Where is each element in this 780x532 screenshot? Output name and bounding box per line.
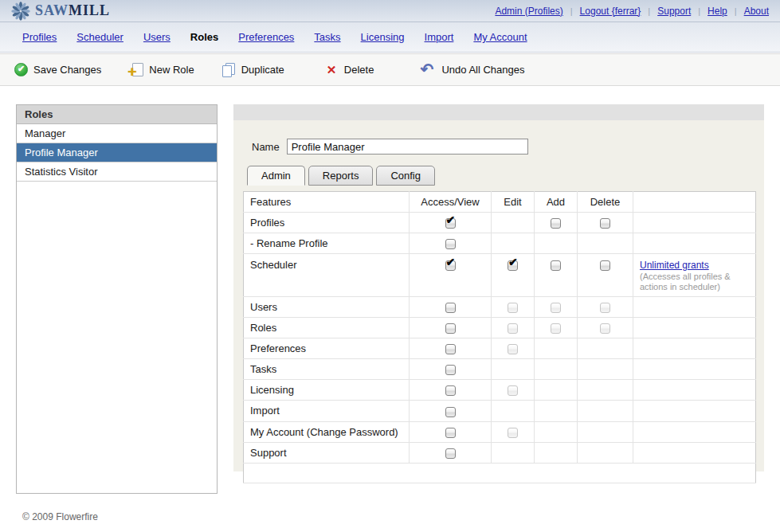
column-header: Add [535, 192, 578, 213]
delete-cell [578, 401, 633, 421]
new-role-plus-icon [128, 63, 143, 77]
edit-checkbox[interactable] [508, 260, 518, 271]
new-role-button[interactable]: New Role [128, 63, 194, 77]
add-checkbox[interactable] [551, 260, 561, 271]
access-cell [410, 297, 492, 318]
header-links: Admin (Profiles)|Logout {ferrar}|Support… [495, 6, 769, 17]
link-separator: | [648, 6, 650, 16]
delete-checkbox [600, 323, 610, 334]
edit-cell [492, 380, 535, 401]
sidebar-item-profile-manager[interactable]: Profile Manager [17, 143, 217, 162]
feature-name: - Rename Profile [244, 233, 410, 254]
edit-checkbox [508, 344, 518, 354]
feature-name: Preferences [244, 338, 410, 359]
feature-name: Roles [244, 318, 410, 338]
note-cell [633, 442, 756, 463]
column-header: Edit [492, 192, 535, 213]
save-check-icon [14, 63, 28, 76]
note-cell [633, 380, 756, 401]
table-row: Preferences [244, 338, 756, 359]
nav-item-licensing[interactable]: Licensing [361, 31, 405, 43]
access-checkbox[interactable] [445, 218, 456, 229]
table-row: Profiles [244, 213, 756, 233]
table-row: Licensing [244, 380, 756, 401]
sawmill-logo: SAWMILL [11, 2, 110, 21]
copyright: © 2009 Flowerfire [22, 511, 98, 522]
table-header-row: FeaturesAccess/ViewEditAddDelete [244, 192, 756, 213]
access-checkbox[interactable] [445, 239, 456, 249]
column-header [633, 192, 756, 213]
access-checkbox[interactable] [445, 365, 456, 375]
toolbar-button-label: Undo All Changes [441, 64, 524, 76]
note-cell [633, 318, 756, 338]
header-link[interactable]: Logout {ferrar} [580, 6, 641, 17]
unlimited-grants-link[interactable]: Unlimited grants [640, 260, 709, 271]
note-cell: Unlimited grants(Accesses all profiles &… [633, 254, 756, 297]
sidebar-item-manager[interactable]: Manager [17, 124, 217, 143]
access-cell [410, 442, 492, 463]
nav-item-import[interactable]: Import [425, 31, 454, 43]
duplicate-button[interactable]: Duplicate [221, 63, 284, 77]
note-text: (Accesses all profiles & actions in sche… [640, 272, 749, 292]
nav-item-preferences[interactable]: Preferences [238, 31, 294, 43]
feature-name: Users [244, 297, 410, 318]
feature-name: My Account (Change Password) [244, 421, 410, 442]
edit-cell [492, 338, 535, 359]
table-row: Support [244, 442, 756, 463]
add-cell [535, 338, 578, 359]
main-nav: ProfilesSchedulerUsersRolesPreferencesTa… [0, 22, 780, 53]
sidebar-item-statistics-visitor[interactable]: Statistics Visitor [17, 162, 217, 182]
access-checkbox[interactable] [445, 385, 456, 396]
feature-name: Tasks [244, 359, 410, 380]
delete-cell [578, 318, 633, 338]
add-cell [535, 254, 578, 297]
logo-text: SAWMILL [35, 2, 110, 19]
roles-sidebar: Roles ManagerProfile ManagerStatistics V… [16, 104, 218, 494]
column-header: Features [244, 192, 410, 213]
table-row: Roles [244, 318, 756, 338]
delete-cell [578, 380, 633, 401]
access-checkbox[interactable] [445, 303, 456, 313]
delete-button[interactable]: Delete [326, 64, 374, 76]
tab-reports[interactable]: Reports [308, 166, 374, 186]
add-cell [535, 421, 578, 442]
nav-item-users[interactable]: Users [143, 31, 171, 43]
edit-cell [492, 442, 535, 463]
delete-checkbox[interactable] [600, 260, 610, 271]
nav-item-my-account[interactable]: My Account [473, 31, 527, 43]
delete-cell [578, 233, 633, 254]
tab-admin[interactable]: Admin [247, 166, 305, 186]
nav-item-profiles[interactable]: Profiles [22, 31, 57, 43]
access-checkbox[interactable] [445, 428, 456, 438]
save-changes-button[interactable]: Save Changes [14, 63, 101, 76]
nav-item-tasks[interactable]: Tasks [314, 31, 340, 43]
access-checkbox[interactable] [445, 323, 456, 334]
access-checkbox[interactable] [445, 407, 456, 417]
toolbar-button-label: Delete [344, 64, 374, 76]
header-link[interactable]: Support [657, 6, 691, 17]
delete-checkbox[interactable] [600, 218, 610, 229]
edit-cell [492, 297, 535, 318]
add-checkbox[interactable] [551, 218, 561, 229]
access-cell [410, 213, 492, 233]
header-link[interactable]: Help [707, 6, 727, 17]
column-header: Access/View [410, 192, 492, 213]
access-checkbox[interactable] [445, 260, 456, 271]
nav-item-roles[interactable]: Roles [190, 31, 218, 43]
edit-cell [492, 233, 535, 254]
header-link[interactable]: Admin (Profiles) [495, 6, 562, 17]
panel-header-strip [233, 104, 764, 120]
top-header-bar: SAWMILL Admin (Profiles)|Logout {ferrar}… [0, 0, 780, 22]
note-cell [633, 233, 756, 254]
edit-checkbox [508, 323, 518, 334]
header-link[interactable]: About [744, 6, 769, 17]
role-name-input[interactable] [287, 139, 528, 155]
access-checkbox[interactable] [445, 448, 456, 459]
edit-cell [492, 254, 535, 297]
edit-cell [492, 213, 535, 233]
access-checkbox[interactable] [445, 344, 456, 354]
undo-all-changes-button[interactable]: Undo All Changes [420, 63, 524, 77]
add-cell [535, 233, 578, 254]
tab-config[interactable]: Config [376, 166, 435, 186]
nav-item-scheduler[interactable]: Scheduler [76, 31, 123, 43]
